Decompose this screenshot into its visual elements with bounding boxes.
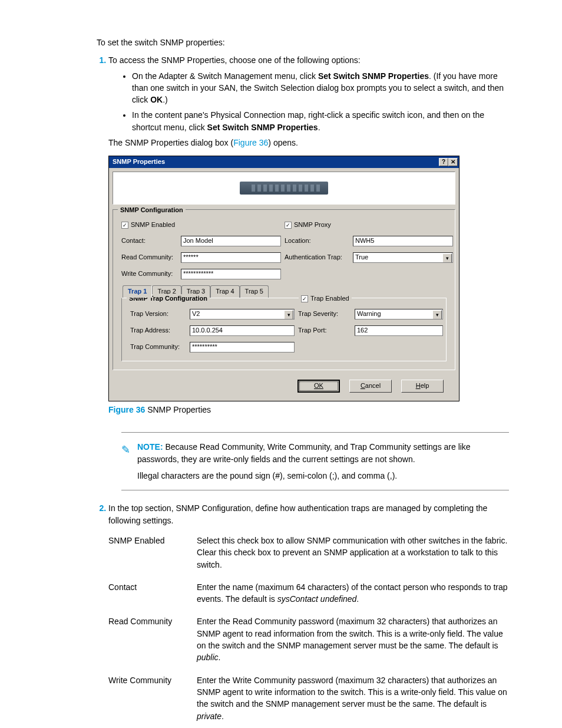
read-community-label: Read Community: <box>121 253 177 262</box>
def-desc-write-community: Enter the Write Community password (maxi… <box>197 674 509 722</box>
trap-community-input[interactable]: ********** <box>190 342 295 353</box>
def-term-read-community: Read Community <box>108 615 197 663</box>
figure-ref[interactable]: Figure 36 <box>233 138 268 147</box>
trap-address-label: Trap Address: <box>130 326 186 335</box>
trap-community-label: Trap Community: <box>130 342 186 352</box>
device-image-panel <box>113 172 455 205</box>
note-line2: Illegal characters are the pound sign (#… <box>137 471 397 480</box>
def-desc-snmp-enabled: Select this check box to allow SNMP comm… <box>197 535 509 571</box>
snmp-enabled-checkbox[interactable]: ✓ <box>121 222 128 229</box>
trap-severity-label: Trap Severity: <box>298 309 351 319</box>
snmp-enabled-label: SNMP Enabled <box>131 220 175 230</box>
tab-trap-5[interactable]: Trap 5 <box>240 285 269 298</box>
auth-trap-select[interactable]: True <box>353 252 453 263</box>
close-icon[interactable]: ✕ <box>448 158 458 166</box>
tab-trap-4[interactable]: Trap 4 <box>210 285 239 298</box>
auth-trap-label: Authentication Trap: <box>285 253 349 262</box>
step1-bullet-1: On the Adapter & Switch Management menu,… <box>132 70 509 106</box>
figure-caption: Figure 36 SNMP Properties <box>108 404 509 416</box>
switch-device-icon <box>240 182 328 195</box>
cancel-button[interactable]: Cancel <box>349 380 392 393</box>
def-term-snmp-enabled: SNMP Enabled <box>108 535 197 571</box>
location-label: Location: <box>285 236 349 246</box>
note-block: ✎ NOTE: Because Read Community, Write Co… <box>121 432 509 490</box>
group1-title: SNMP Configuration <box>118 206 186 215</box>
write-community-label: Write Community: <box>121 269 177 279</box>
snmp-properties-dialog: SNMP Properties ? ✕ SNMP Configuration <box>108 156 459 401</box>
step1-lead: To access the SNMP Properties, choose on… <box>108 55 361 65</box>
write-community-input[interactable]: ************ <box>181 269 281 279</box>
def-term-write-community: Write Community <box>108 674 197 722</box>
snmp-proxy-checkbox[interactable]: ✓ <box>285 222 292 229</box>
note-icon: ✎ <box>121 442 130 482</box>
step-2: In the top section, SNMP Configuration, … <box>108 502 509 722</box>
def-desc-contact: Enter the name (maximum 64 characters) o… <box>197 581 509 605</box>
contact-input[interactable]: Jon Model <box>181 236 281 246</box>
location-input[interactable]: NWH5 <box>353 236 453 246</box>
snmp-configuration-group: SNMP Configuration ✓ SNMP Enabled ✓ SNMP… <box>113 209 455 370</box>
trap-port-input[interactable]: 162 <box>355 325 443 336</box>
note-line1: Because Read Community, Write Community,… <box>137 442 471 463</box>
step1-bullet-2: In the content pane's Physical Connectio… <box>132 109 509 133</box>
trap-version-select[interactable]: V2 <box>190 309 295 319</box>
trap-enabled-label: Trap Enabled <box>310 294 349 304</box>
snmp-proxy-label: SNMP Proxy <box>294 220 331 230</box>
contact-label: Contact: <box>121 236 177 246</box>
snmp-trap-config-group: SNMP Trap Configuration ✓ Trap Enabled T… <box>121 298 447 361</box>
trap-enabled-checkbox[interactable]: ✓ <box>301 295 308 302</box>
def-desc-read-community: Enter the Read Community password (maxim… <box>197 615 509 663</box>
trap-port-label: Trap Port: <box>298 326 351 335</box>
help-icon[interactable]: ? <box>439 158 448 166</box>
def-term-contact: Contact <box>108 581 197 605</box>
ok-button[interactable]: OK <box>297 380 340 393</box>
step2-lead: In the top section, SNMP Configuration, … <box>108 503 487 525</box>
intro-text: To set the switch SNMP properties: <box>97 37 509 48</box>
read-community-input[interactable]: ****** <box>181 252 281 263</box>
trap-address-input[interactable]: 10.0.0.254 <box>190 325 295 336</box>
dialog-title: SNMP Properties <box>113 157 165 167</box>
note-label: NOTE: <box>137 442 163 452</box>
step-1: To access the SNMP Properties, choose on… <box>108 54 509 490</box>
trap-severity-select[interactable]: Warning <box>355 309 443 319</box>
help-button[interactable]: Help <box>401 380 444 393</box>
dialog-titlebar: SNMP Properties ? ✕ <box>109 156 459 168</box>
trap-version-label: Trap Version: <box>130 309 186 319</box>
tab-trap-1[interactable]: Trap 1 <box>123 285 152 298</box>
